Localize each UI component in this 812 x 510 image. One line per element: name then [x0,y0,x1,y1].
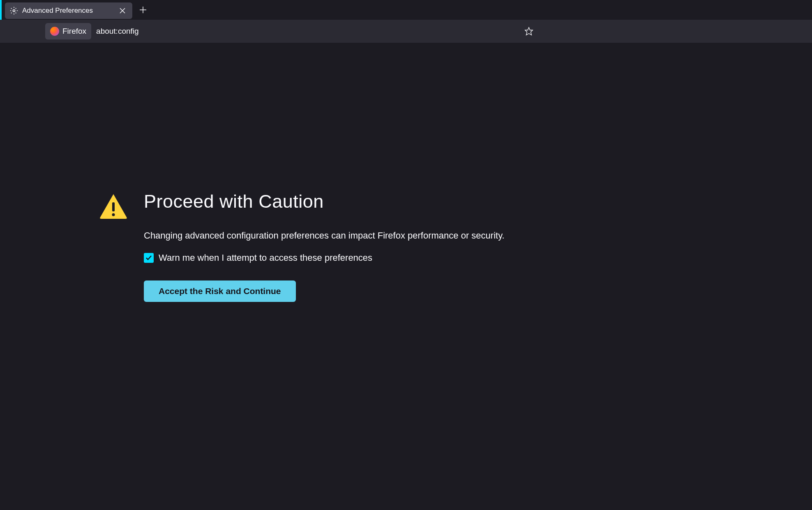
gear-icon [10,7,18,15]
tab-title: Advanced Preferences [22,7,113,15]
close-tab-button[interactable] [118,6,127,16]
svg-marker-1 [525,28,533,35]
identity-label: Firefox [62,27,86,36]
firefox-icon [50,27,59,36]
accept-risk-button[interactable]: Accept the Risk and Continue [144,280,296,302]
svg-rect-2 [112,202,115,211]
new-tab-button[interactable] [136,2,150,17]
warn-checkbox[interactable] [144,253,154,263]
plus-icon [139,6,147,14]
svg-point-3 [112,213,115,216]
page-content: Proceed with Caution Changing advanced c… [0,43,812,302]
toolbar: Firefox [0,20,812,43]
address-bar: Firefox [45,23,536,39]
browser-tab[interactable]: Advanced Preferences [5,2,132,19]
warning-content: Proceed with Caution Changing advanced c… [144,191,505,302]
svg-point-0 [13,10,15,12]
warning-triangle-icon [99,192,128,220]
star-icon [524,27,533,36]
bookmark-button[interactable] [521,24,536,39]
identity-box[interactable]: Firefox [45,23,91,39]
checkbox-row: Warn me when I attempt to access these p… [144,253,505,263]
warn-checkbox-label[interactable]: Warn me when I attempt to access these p… [159,253,372,263]
checkmark-icon [145,254,152,262]
tab-bar: Advanced Preferences [0,0,812,20]
warning-description: Changing advanced configuration preferen… [144,230,505,241]
close-icon [120,8,125,14]
warning-container: Proceed with Caution Changing advanced c… [99,191,505,302]
warning-title: Proceed with Caution [144,191,505,212]
url-input[interactable] [91,23,521,39]
